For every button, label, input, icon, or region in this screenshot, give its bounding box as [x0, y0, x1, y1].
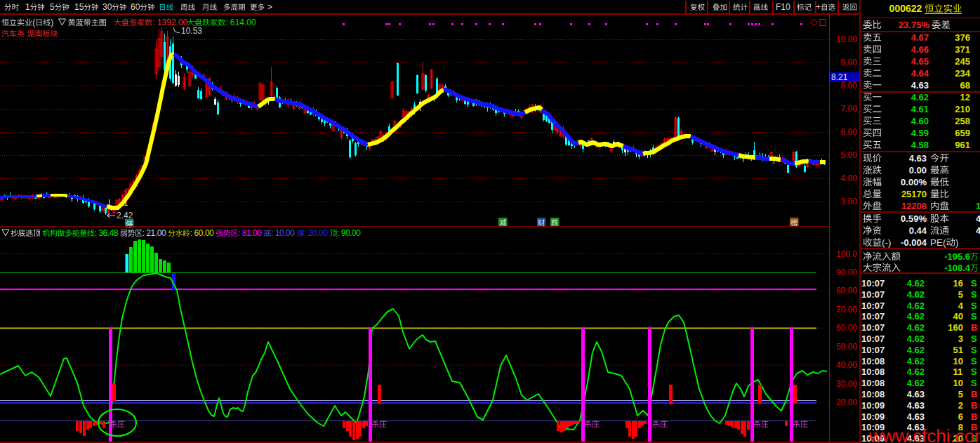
svg-text:S: S — [971, 366, 977, 377]
svg-text:1: 1 — [25, 2, 30, 12]
svg-text:-0.004: -0.004 — [901, 237, 927, 248]
svg-text:S: S — [971, 300, 977, 311]
svg-text:4.62: 4.62 — [907, 366, 925, 377]
svg-text:4.67: 4.67 — [911, 32, 929, 43]
svg-text:S: S — [971, 378, 977, 388]
svg-text:16: 16 — [953, 278, 963, 289]
svg-text:376: 376 — [955, 32, 970, 43]
svg-text:3.00: 3.00 — [841, 197, 858, 206]
svg-text:234: 234 — [955, 68, 970, 79]
svg-text:30: 30 — [102, 2, 112, 12]
svg-text:: 21.00: : 21.00 — [143, 228, 168, 238]
svg-text:10:07: 10:07 — [861, 311, 885, 322]
svg-text:S: S — [971, 333, 977, 344]
svg-text:www.cfchi.com: www.cfchi.com — [868, 425, 980, 443]
svg-text:25170: 25170 — [901, 189, 927, 199]
svg-text:: 614.00: : 614.00 — [225, 18, 256, 27]
svg-text:90.00: 90.00 — [836, 267, 857, 277]
svg-text:0.00: 0.00 — [909, 165, 927, 176]
svg-text:10.00: 10.00 — [836, 34, 857, 44]
svg-text:12208: 12208 — [901, 201, 927, 211]
svg-text:6.00: 6.00 — [841, 127, 858, 137]
svg-text:+: + — [816, 2, 821, 12]
svg-text:4.61: 4.61 — [911, 104, 929, 114]
svg-text:>: > — [267, 2, 272, 12]
svg-text:100.0: 100.0 — [836, 249, 857, 259]
svg-text:371: 371 — [955, 44, 970, 55]
svg-text:(-): (-) — [882, 237, 892, 248]
svg-text:: 20.00: : 20.00 — [304, 228, 329, 238]
svg-text:10.53: 10.53 — [181, 26, 202, 36]
svg-text:10:07: 10:07 — [861, 333, 885, 344]
svg-text:4.65: 4.65 — [911, 56, 929, 67]
svg-text:S: S — [971, 289, 977, 300]
svg-text:4.62: 4.62 — [907, 356, 925, 366]
svg-text:5: 5 — [50, 2, 55, 12]
svg-text:4.62: 4.62 — [907, 300, 925, 311]
svg-text:8.00: 8.00 — [841, 81, 858, 91]
svg-text:S: S — [971, 311, 977, 322]
svg-text:210: 210 — [955, 104, 970, 114]
svg-text:10:07: 10:07 — [861, 322, 885, 333]
svg-text:10: 10 — [953, 356, 963, 366]
svg-text:B: B — [971, 400, 977, 411]
svg-text:11: 11 — [953, 366, 963, 377]
svg-text:): ) — [955, 237, 959, 248]
svg-text:4.63: 4.63 — [907, 389, 925, 399]
svg-text:: 10.00: : 10.00 — [271, 228, 296, 238]
svg-text:80.00: 80.00 — [836, 286, 857, 296]
svg-text:4.59: 4.59 — [911, 128, 929, 138]
svg-text:4.62: 4.62 — [907, 378, 925, 388]
svg-text:4.62: 4.62 — [907, 345, 925, 355]
svg-text:4: 4 — [958, 300, 964, 311]
svg-text:000622: 000622 — [889, 3, 925, 14]
svg-text:10:07: 10:07 — [861, 278, 885, 289]
svg-text:S: S — [971, 278, 977, 289]
svg-text:4.66: 4.66 — [911, 44, 929, 55]
svg-text:10:08: 10:08 — [861, 378, 885, 388]
svg-text:B: B — [971, 411, 977, 422]
svg-text:5: 5 — [958, 289, 963, 300]
svg-text:-108.4: -108.4 — [944, 263, 971, 273]
svg-text:3: 3 — [958, 333, 963, 344]
svg-text:4.63: 4.63 — [907, 400, 925, 411]
svg-text:0.44: 0.44 — [909, 225, 927, 236]
svg-text:8.21: 8.21 — [831, 72, 848, 82]
svg-text:68: 68 — [960, 80, 970, 91]
svg-text:10:07: 10:07 — [861, 300, 885, 311]
svg-text:10:08: 10:08 — [861, 366, 885, 377]
svg-text:2: 2 — [958, 400, 963, 411]
svg-text:20.00: 20.00 — [836, 397, 857, 407]
svg-text:4: 4 — [976, 225, 980, 236]
svg-text:: 36.48: : 36.48 — [94, 228, 119, 238]
svg-text:10:09: 10:09 — [861, 400, 885, 411]
svg-text:(: ( — [32, 18, 35, 27]
svg-text:F10: F10 — [776, 2, 790, 12]
svg-text:-195.6: -195.6 — [944, 251, 970, 262]
svg-text:1: 1 — [124, 199, 128, 207]
svg-text:: 81.00: : 81.00 — [238, 228, 263, 238]
svg-text:10:09: 10:09 — [861, 411, 885, 422]
svg-text:160: 160 — [948, 322, 963, 333]
svg-text:4.62: 4.62 — [907, 322, 925, 333]
svg-text:10:07: 10:07 — [861, 289, 885, 300]
svg-text:30.00: 30.00 — [836, 379, 857, 389]
svg-text:659: 659 — [955, 128, 970, 138]
svg-text:4.62: 4.62 — [911, 92, 929, 103]
svg-text:50.00: 50.00 — [836, 342, 857, 352]
svg-text:4.62: 4.62 — [907, 311, 925, 322]
svg-text:10:07: 10:07 — [861, 345, 885, 355]
svg-text:4.62: 4.62 — [907, 278, 925, 289]
svg-text:961: 961 — [955, 140, 970, 150]
svg-text:51: 51 — [953, 345, 963, 355]
svg-text:0.00%: 0.00% — [901, 177, 927, 187]
svg-text:4.62: 4.62 — [907, 333, 925, 344]
svg-text:0.59%: 0.59% — [901, 213, 927, 224]
svg-text:245: 245 — [955, 56, 970, 67]
svg-text:12: 12 — [960, 92, 970, 103]
svg-text:: 90.00: : 90.00 — [337, 228, 361, 238]
svg-text:6: 6 — [958, 411, 963, 422]
svg-text:PE(: PE( — [930, 237, 946, 248]
svg-text:): ) — [51, 18, 55, 27]
svg-text:: 60.00: : 60.00 — [190, 228, 216, 238]
